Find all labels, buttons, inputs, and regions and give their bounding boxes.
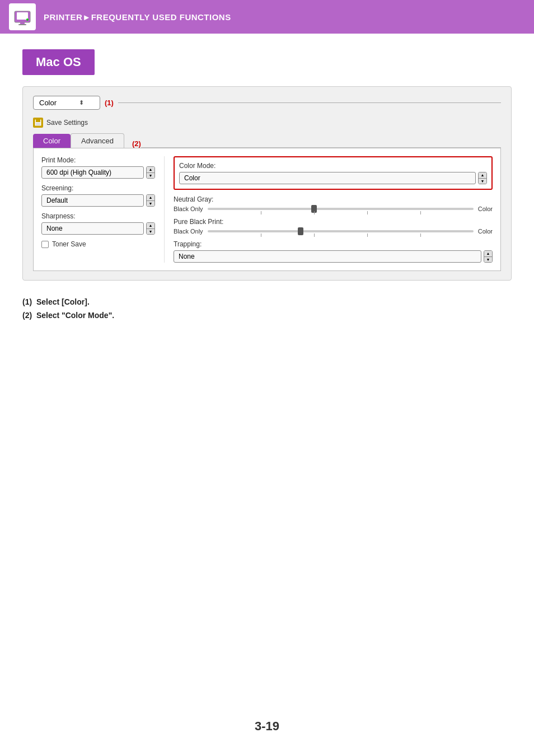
tick4 (420, 211, 421, 214)
sharpness-select[interactable]: None (41, 222, 144, 235)
header: PRINTER►FREQUENTLY USED FUNCTIONS (0, 0, 534, 34)
tick7 (367, 234, 368, 237)
neutral-gray-left-label: Black Only (174, 206, 203, 212)
instruction-2-text: Select "Color Mode". (36, 311, 114, 320)
screening-label: Screening: (41, 184, 155, 192)
svg-point-4 (26, 18, 29, 21)
save-settings-label: Save Settings (46, 119, 88, 127)
screening-select[interactable]: Default (41, 194, 144, 207)
svg-rect-3 (18, 24, 26, 25)
print-mode-stepper[interactable]: ▲ ▼ (146, 166, 155, 179)
svg-rect-2 (20, 22, 25, 24)
screening-value: Default (46, 197, 68, 204)
instructions: (1) Select [Color]. (2) Select "Color Mo… (22, 297, 512, 320)
tab-line (141, 147, 501, 148)
divider-line (118, 102, 501, 103)
instruction-2-step: (2) (22, 311, 36, 320)
print-mode-select[interactable]: 600 dpi (High Quality) (41, 166, 144, 179)
trapping-stepper-down-icon[interactable]: ▼ (484, 257, 492, 263)
tick5 (261, 234, 261, 237)
tick2 (314, 211, 315, 214)
left-column: Print Mode: 600 dpi (High Quality) ▲ ▼ S… (41, 156, 165, 263)
tab-advanced[interactable]: Advanced (71, 133, 124, 148)
save-icon (33, 118, 43, 128)
neutral-gray-slider-row: Black Only Color (174, 206, 493, 212)
color-mode-box: Color Mode: Color ▲ ▼ (174, 156, 493, 190)
trapping-label: Trapping: (174, 240, 493, 248)
screening-stepper-up-icon[interactable]: ▲ (147, 195, 154, 201)
svg-rect-1 (17, 12, 28, 20)
tick1 (261, 211, 261, 214)
step2-badge: (2) (132, 139, 141, 148)
color-mode-select[interactable]: Color (179, 172, 476, 184)
print-mode-value: 600 dpi (High Quality) (46, 169, 111, 176)
pure-black-label: Pure Black Print: (174, 218, 493, 226)
trapping-stepper-up-icon[interactable]: ▲ (484, 251, 492, 257)
screening-stepper[interactable]: ▲ ▼ (146, 194, 155, 207)
svg-rect-6 (36, 119, 40, 122)
dropdown-arrow-icon: ⬍ (79, 99, 84, 106)
sharpness-value: None (46, 225, 63, 232)
print-mode-label: Print Mode: (41, 156, 155, 164)
pure-black-right-label: Color (478, 228, 493, 235)
tick3 (367, 211, 368, 214)
pure-black-left-label: Black Only (174, 228, 203, 235)
step1-badge: (1) (105, 99, 114, 107)
sharpness-stepper-up-icon[interactable]: ▲ (147, 223, 154, 229)
save-settings-row: Save Settings (33, 118, 501, 128)
toner-save-label: Toner Save (52, 240, 86, 248)
right-column: Color Mode: Color ▲ ▼ Neutral Gray: Blac… (165, 156, 493, 263)
sharpness-stepper[interactable]: ▲ ▼ (146, 222, 155, 235)
toner-save-row: Toner Save (41, 240, 155, 248)
color-mode-value: Color (184, 174, 200, 182)
header-title: PRINTER►FREQUENTLY USED FUNCTIONS (44, 12, 231, 22)
dialog-area: Color ⬍ (1) Save Settings Color Advanced… (22, 86, 512, 281)
svg-rect-7 (36, 123, 40, 125)
neutral-gray-label: Neutral Gray: (174, 195, 493, 203)
trapping-select[interactable]: None (174, 250, 481, 263)
color-mode-label: Color Mode: (179, 162, 487, 170)
trapping-stepper[interactable]: ▲ ▼ (484, 250, 493, 263)
trapping-value: None (179, 253, 195, 260)
instruction-1: (1) Select [Color]. (22, 297, 512, 306)
instruction-2: (2) Select "Color Mode". (22, 311, 512, 320)
macos-badge: Mac OS (22, 49, 95, 75)
tab-color[interactable]: Color (33, 134, 71, 148)
pure-black-thumb[interactable] (298, 227, 303, 235)
header-icon (9, 3, 36, 30)
sharpness-stepper-down-icon[interactable]: ▼ (147, 229, 154, 235)
tick8 (420, 234, 421, 237)
neutral-gray-slider[interactable] (208, 208, 474, 210)
color-mode-select-row: Color ▲ ▼ (179, 172, 487, 184)
top-dropdown[interactable]: Color ⬍ (33, 96, 100, 110)
color-mode-stepper-up-icon[interactable]: ▲ (479, 172, 486, 179)
color-mode-stepper[interactable]: ▲ ▼ (478, 172, 487, 184)
stepper-up-icon[interactable]: ▲ (147, 167, 154, 173)
screening-stepper-down-icon[interactable]: ▼ (147, 201, 154, 207)
instruction-1-step: (1) (22, 297, 36, 306)
neutral-gray-right-label: Color (478, 206, 493, 212)
pure-black-slider[interactable] (208, 230, 474, 232)
sharpness-select-row: None ▲ ▼ (41, 222, 155, 235)
instruction-1-text: Select [Color]. (36, 297, 90, 306)
top-dropdown-row: Color ⬍ (1) (33, 96, 501, 110)
content-panel: Print Mode: 600 dpi (High Quality) ▲ ▼ S… (33, 148, 501, 271)
stepper-down-icon[interactable]: ▼ (147, 173, 154, 179)
screening-select-row: Default ▲ ▼ (41, 194, 155, 207)
tick6 (314, 234, 315, 237)
pure-black-slider-row: Black Only Color (174, 228, 493, 235)
color-mode-stepper-down-icon[interactable]: ▼ (479, 179, 486, 184)
print-mode-select-row: 600 dpi (High Quality) ▲ ▼ (41, 166, 155, 179)
sharpness-label: Sharpness: (41, 212, 155, 220)
toner-save-checkbox[interactable] (41, 241, 49, 248)
page-number: 3-19 (0, 719, 534, 734)
tabs-wrapper: Color Advanced (2) (33, 133, 501, 148)
trapping-select-row: None ▲ ▼ (174, 250, 493, 263)
